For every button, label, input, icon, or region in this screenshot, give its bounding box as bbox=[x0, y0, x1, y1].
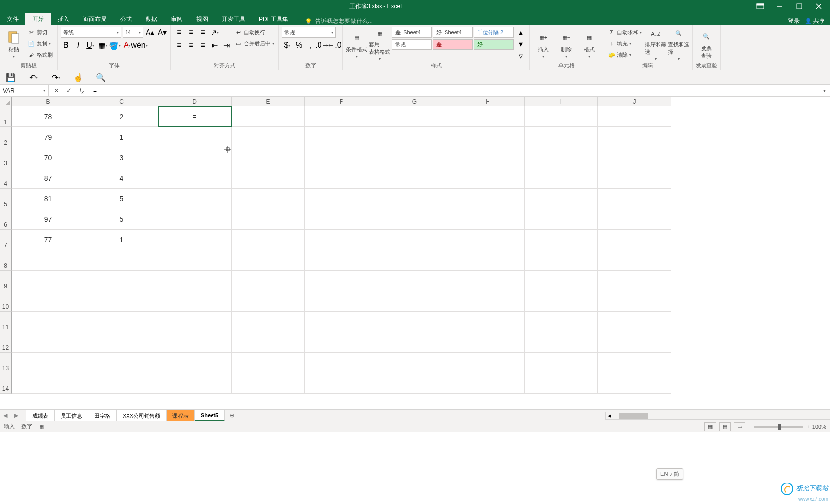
cell-B4[interactable]: 87 bbox=[12, 168, 85, 189]
cell-I5[interactable] bbox=[525, 189, 598, 209]
cell-E8[interactable] bbox=[232, 250, 305, 271]
phonetic-icon[interactable]: wén▾ bbox=[134, 40, 145, 51]
cell-D8[interactable] bbox=[158, 250, 232, 271]
cell-F8[interactable] bbox=[305, 250, 378, 271]
cell-B8[interactable] bbox=[12, 250, 85, 271]
tab-review[interactable]: 审阅 bbox=[164, 13, 190, 25]
cell-E4[interactable] bbox=[232, 168, 305, 189]
italic-icon[interactable]: I bbox=[73, 40, 84, 51]
select-all-corner[interactable] bbox=[0, 97, 12, 106]
cell-I8[interactable] bbox=[525, 250, 598, 271]
col-head-I[interactable]: I bbox=[525, 97, 598, 106]
cell-C13[interactable] bbox=[85, 353, 158, 373]
comma-icon[interactable]: , bbox=[305, 40, 316, 51]
col-head-G[interactable]: G bbox=[378, 97, 451, 106]
cell-B14[interactable] bbox=[12, 373, 85, 394]
align-middle-icon[interactable]: ≡ bbox=[186, 27, 196, 38]
cell-H2[interactable] bbox=[451, 127, 525, 147]
cell-D7[interactable] bbox=[158, 230, 232, 250]
cell-H6[interactable] bbox=[451, 209, 525, 230]
tab-pdftools[interactable]: PDF工具集 bbox=[252, 13, 295, 25]
font-name-combo[interactable]: 等线▾ bbox=[61, 27, 121, 38]
zoom-value[interactable]: 100% bbox=[812, 424, 826, 430]
cell-G9[interactable] bbox=[378, 271, 451, 291]
find-select-button[interactable]: 🔍查找和选择▾ bbox=[668, 27, 689, 61]
format-painter-button[interactable]: 🖌格式刷 bbox=[26, 49, 54, 60]
cell-H13[interactable] bbox=[451, 353, 525, 373]
merge-center-button[interactable]: ▭合并后居中 ▾ bbox=[233, 38, 276, 49]
cell-I9[interactable] bbox=[525, 271, 598, 291]
cell-B9[interactable] bbox=[12, 271, 85, 291]
cell-F13[interactable] bbox=[305, 353, 378, 373]
row-head-5[interactable]: 5 bbox=[0, 189, 12, 209]
tab-file[interactable]: 文件 bbox=[0, 13, 25, 25]
style-more-icon[interactable]: ▿ bbox=[515, 50, 526, 61]
view-pagebreak-icon[interactable]: ▭ bbox=[734, 422, 745, 431]
cell-D6[interactable] bbox=[158, 209, 232, 230]
cell-H8[interactable] bbox=[451, 250, 525, 271]
sheet-tab-0[interactable]: 成绩表 bbox=[26, 410, 55, 421]
align-left-icon[interactable]: ≡ bbox=[174, 40, 185, 51]
cell-E7[interactable] bbox=[232, 230, 305, 250]
cell-G3[interactable] bbox=[378, 147, 451, 168]
cell-D2[interactable] bbox=[158, 127, 232, 147]
cell-J7[interactable] bbox=[598, 230, 671, 250]
ime-indicator[interactable]: EN ♪ 简 bbox=[656, 468, 683, 480]
cell-I2[interactable] bbox=[525, 127, 598, 147]
align-center-icon[interactable]: ≡ bbox=[186, 40, 196, 51]
format-as-table-button[interactable]: ▦套用 表格格式▾ bbox=[369, 27, 390, 61]
row-head-1[interactable]: 1 bbox=[0, 106, 12, 127]
cell-D1[interactable]: = bbox=[158, 106, 232, 127]
cell-G11[interactable] bbox=[378, 312, 451, 332]
style-scroll-down-icon[interactable]: ▾ bbox=[515, 39, 526, 49]
undo-icon[interactable]: ↶ ▾ bbox=[26, 72, 40, 84]
cell-F4[interactable] bbox=[305, 168, 378, 189]
cell-B11[interactable] bbox=[12, 312, 85, 332]
conditional-format-button[interactable]: ▤条件格式▾ bbox=[346, 27, 367, 61]
cell-B6[interactable]: 97 bbox=[12, 209, 85, 230]
row-head-3[interactable]: 3 bbox=[0, 147, 12, 168]
cut-button[interactable]: ✂剪切 bbox=[26, 27, 54, 38]
decrease-font-icon[interactable]: A▾ bbox=[157, 27, 168, 38]
cell-F11[interactable] bbox=[305, 312, 378, 332]
cell-F10[interactable] bbox=[305, 291, 378, 312]
row-head-12[interactable]: 12 bbox=[0, 332, 12, 353]
clear-button[interactable]: 🧽清除 ▾ bbox=[606, 49, 643, 60]
cell-J1[interactable] bbox=[598, 106, 671, 127]
cell-I14[interactable] bbox=[525, 373, 598, 394]
copy-button[interactable]: 📄复制 ▾ bbox=[26, 38, 54, 49]
col-head-J[interactable]: J bbox=[598, 97, 671, 106]
zoom-out-icon[interactable]: − bbox=[748, 424, 751, 430]
cell-F3[interactable] bbox=[305, 147, 378, 168]
cell-C4[interactable]: 4 bbox=[85, 168, 158, 189]
cell-C7[interactable]: 1 bbox=[85, 230, 158, 250]
cell-J9[interactable] bbox=[598, 271, 671, 291]
cell-D10[interactable] bbox=[158, 291, 232, 312]
row-head-11[interactable]: 11 bbox=[0, 312, 12, 332]
horizontal-scrollbar[interactable]: ◀ bbox=[605, 412, 830, 420]
cell-D13[interactable] bbox=[158, 353, 232, 373]
align-bottom-icon[interactable]: ≡ bbox=[197, 27, 208, 38]
cell-G14[interactable] bbox=[378, 373, 451, 394]
tab-home[interactable]: 开始 bbox=[25, 13, 51, 25]
maximize-icon[interactable] bbox=[790, 0, 809, 13]
cell-J3[interactable] bbox=[598, 147, 671, 168]
underline-icon[interactable]: U▾ bbox=[85, 40, 96, 51]
autosum-button[interactable]: Σ自动求和 ▾ bbox=[606, 27, 643, 38]
cell-J2[interactable] bbox=[598, 127, 671, 147]
fill-button[interactable]: ↓填充 ▾ bbox=[606, 38, 643, 49]
style-normal[interactable]: 常规 bbox=[392, 39, 432, 50]
touch-mode-icon[interactable]: ☝ bbox=[71, 72, 85, 84]
minimize-icon[interactable] bbox=[770, 0, 789, 13]
align-right-icon[interactable]: ≡ bbox=[197, 40, 208, 51]
cell-E2[interactable] bbox=[232, 127, 305, 147]
style-good-sheet4[interactable]: 好_Sheet4 bbox=[433, 27, 473, 38]
cell-C14[interactable] bbox=[85, 373, 158, 394]
cell-J14[interactable] bbox=[598, 373, 671, 394]
formula-input[interactable] bbox=[89, 85, 818, 96]
cell-E10[interactable] bbox=[232, 291, 305, 312]
col-head-E[interactable]: E bbox=[232, 97, 305, 106]
align-top-icon[interactable]: ≡ bbox=[174, 27, 185, 38]
save-icon[interactable]: 💾 bbox=[4, 72, 18, 84]
tab-insert[interactable]: 插入 bbox=[51, 13, 76, 25]
